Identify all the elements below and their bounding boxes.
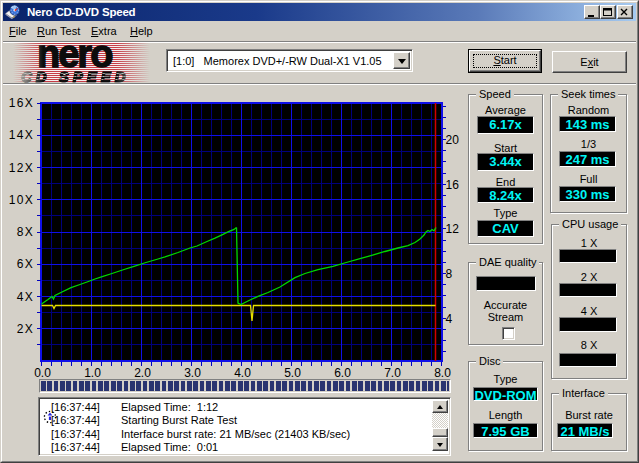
- svg-text:6X: 6X: [17, 257, 34, 271]
- svg-text:12X: 12X: [9, 161, 34, 175]
- svg-text:0.0: 0.0: [34, 366, 51, 380]
- svg-text:12: 12: [446, 222, 460, 236]
- svg-text:2X: 2X: [17, 322, 34, 336]
- svg-text:16X: 16X: [9, 96, 34, 110]
- svg-text:5.0: 5.0: [284, 366, 301, 380]
- svg-text:8X: 8X: [17, 225, 34, 239]
- svg-text:6.0: 6.0: [334, 366, 351, 380]
- svg-text:2.0: 2.0: [134, 366, 151, 380]
- svg-text:3.0: 3.0: [184, 366, 201, 380]
- svg-text:7.0: 7.0: [384, 366, 401, 380]
- svg-text:8: 8: [446, 267, 453, 281]
- svg-text:8.0: 8.0: [434, 366, 451, 380]
- svg-text:4X: 4X: [17, 290, 34, 304]
- svg-text:14X: 14X: [9, 128, 34, 142]
- svg-text:4.0: 4.0: [234, 366, 251, 380]
- svg-text:16: 16: [446, 178, 460, 192]
- svg-text:4: 4: [446, 312, 453, 326]
- svg-text:1.0: 1.0: [84, 366, 101, 380]
- svg-text:20: 20: [446, 133, 460, 147]
- svg-text:10X: 10X: [9, 193, 34, 207]
